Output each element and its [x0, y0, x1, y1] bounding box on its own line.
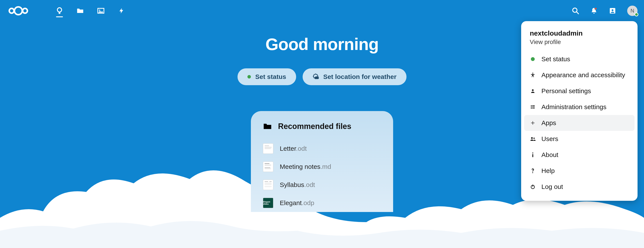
svg-rect-45 [532, 185, 533, 187]
svg-rect-15 [265, 149, 271, 149]
status-chips: Set status 🌤 Set location for weather [238, 68, 406, 85]
file-name: Syllabus.odt [280, 181, 315, 188]
recommended-title: Recommended files [278, 122, 351, 131]
svg-rect-23 [265, 181, 268, 182]
status-dot-icon [530, 56, 536, 62]
svg-point-40 [534, 138, 535, 139]
nav-photos[interactable] [97, 7, 105, 15]
svg-rect-38 [532, 108, 535, 108]
svg-rect-26 [265, 183, 272, 183]
menu-item-label: About [542, 151, 558, 158]
svg-point-41 [532, 152, 534, 154]
info-icon [530, 152, 536, 158]
svg-rect-13 [265, 147, 272, 147]
svg-rect-27 [265, 184, 272, 184]
menu-admin-settings[interactable]: Administration settings [521, 99, 638, 115]
file-thumb-syllabus [263, 180, 273, 190]
user-avatar[interactable]: N [627, 6, 638, 16]
avatar-initial: N [630, 8, 634, 14]
menu-item-label: Users [542, 135, 558, 143]
recommended-header: Recommended files [263, 122, 381, 131]
menu-view-profile: View profile [530, 39, 629, 46]
svg-rect-21 [265, 169, 271, 169]
file-thumb-elegant: Elegant slides [263, 198, 273, 208]
set-weather-chip[interactable]: 🌤 Set location for weather [302, 68, 406, 85]
svg-rect-20 [265, 168, 270, 168]
svg-point-7 [573, 8, 577, 12]
user-menu: nextcloudadmin View profile Set status A… [521, 21, 638, 201]
nav-apps [56, 7, 126, 15]
svg-line-8 [577, 12, 579, 14]
menu-item-label: Appearance and accessibility [542, 71, 625, 79]
svg-rect-4 [58, 12, 60, 14]
nav-activity[interactable] [118, 7, 126, 15]
menu-help[interactable]: Help [521, 163, 638, 179]
svg-rect-33 [531, 105, 532, 106]
admin-icon [530, 104, 536, 110]
svg-rect-34 [532, 105, 535, 106]
svg-rect-12 [265, 146, 269, 146]
greeting-title: Good morning [265, 35, 378, 54]
file-item[interactable]: Meeting notes.md [263, 158, 381, 176]
svg-point-3 [57, 8, 62, 12]
svg-rect-28 [265, 185, 272, 185]
svg-point-32 [532, 89, 534, 91]
avatar-status-dot [634, 13, 638, 16]
set-status-chip[interactable]: Set status [238, 68, 296, 85]
svg-point-2 [23, 9, 27, 13]
search-icon[interactable] [572, 7, 579, 15]
plus-icon [530, 120, 536, 126]
file-name: Meeting notes.md [280, 163, 331, 170]
menu-item-label: Set status [542, 55, 570, 63]
svg-rect-36 [532, 107, 535, 107]
nextcloud-logo[interactable] [6, 6, 30, 16]
help-icon [530, 168, 536, 174]
contacts-icon[interactable] [609, 7, 616, 15]
menu-personal-settings[interactable]: Personal settings [521, 83, 638, 99]
menu-users[interactable]: Users [521, 131, 638, 147]
file-name: Elegant.odp [280, 199, 314, 207]
svg-rect-14 [265, 148, 272, 148]
header-left [6, 6, 126, 16]
notification-badge [594, 7, 597, 10]
file-thumb-notes [263, 161, 273, 172]
svg-rect-17 [265, 163, 270, 164]
menu-item-label: Help [542, 167, 555, 174]
menu-appearance[interactable]: Appearance and accessibility [521, 67, 638, 83]
menu-item-label: Administration settings [542, 103, 606, 111]
svg-rect-24 [270, 181, 272, 182]
svg-rect-42 [532, 154, 533, 157]
weather-sun-icon: 🌤 [312, 73, 319, 80]
user-icon [530, 88, 536, 94]
set-weather-label: Set location for weather [323, 73, 396, 80]
folder-icon [263, 122, 272, 131]
menu-item-label: Log out [542, 183, 563, 190]
file-item[interactable]: Letter.odt [263, 140, 381, 158]
svg-point-31 [532, 73, 534, 74]
nav-dashboard[interactable] [56, 7, 63, 15]
file-thumb-letter [263, 143, 273, 154]
users-icon [530, 136, 536, 142]
accessibility-icon [530, 72, 536, 78]
menu-logout[interactable]: Log out [521, 179, 638, 195]
top-header: N [0, 0, 644, 22]
notifications-icon[interactable] [590, 7, 598, 15]
svg-point-1 [14, 7, 22, 15]
nav-files[interactable] [76, 7, 84, 15]
menu-item-label: Personal settings [542, 87, 591, 95]
menu-profile[interactable]: nextcloudadmin View profile [521, 27, 638, 51]
file-item[interactable]: Syllabus.odt [263, 176, 381, 194]
power-icon [530, 184, 536, 190]
menu-apps[interactable]: Apps [524, 115, 634, 131]
svg-rect-37 [531, 108, 532, 109]
svg-rect-30 [265, 187, 272, 187]
status-dot-icon [248, 75, 251, 79]
menu-set-status[interactable]: Set status [521, 51, 638, 67]
file-name: Letter.odt [280, 145, 307, 152]
svg-rect-19 [265, 165, 271, 166]
menu-item-label: Apps [542, 119, 556, 127]
menu-about[interactable]: About [521, 147, 638, 163]
svg-point-6 [99, 10, 100, 11]
svg-point-43 [532, 172, 533, 173]
file-item[interactable]: Elegant slides Elegant.odp [263, 194, 381, 212]
